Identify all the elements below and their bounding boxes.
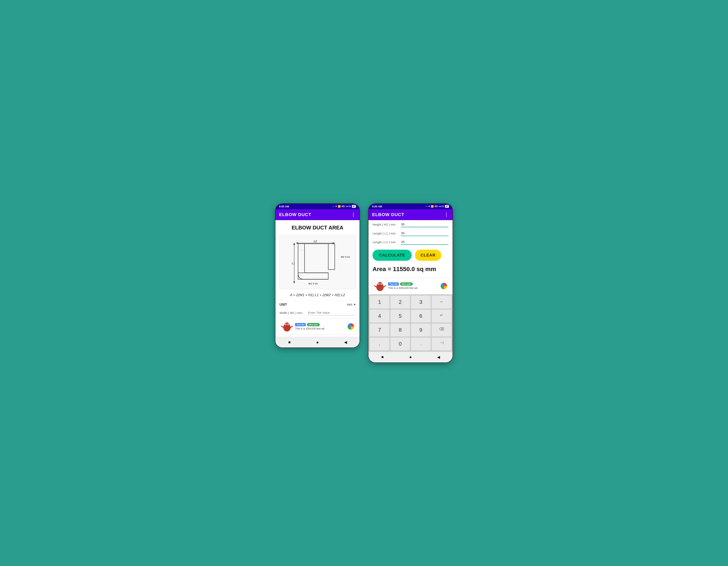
kb-row-1: 1 2 3 −: [369, 295, 452, 309]
menu-icon-2[interactable]: ⋮: [444, 212, 449, 217]
page-title-1: ELBOW DUCT AREA: [275, 220, 360, 233]
svg-line-33: [384, 285, 386, 287]
kb-7[interactable]: 7: [370, 323, 389, 336]
calculate-button[interactable]: CALCULATE: [372, 250, 412, 261]
battery-1: 47: [352, 205, 356, 208]
svg-point-30: [379, 283, 379, 284]
nav-back-2[interactable]: ◀: [436, 354, 441, 360]
height-h2-label: Height ( H2 ) mm: [372, 223, 401, 226]
ad-banner-2: Test Ad Nice job! This is a 320x100 test…: [372, 278, 449, 294]
length-l1-input[interactable]: [401, 231, 449, 236]
kb-4[interactable]: 4: [370, 310, 389, 322]
length-l2-input[interactable]: [401, 239, 449, 245]
length-l2-label: Length ( L2 ) mm: [372, 240, 401, 244]
phone-2: 8:05 AM ··· ✦ 📶 4G VoLTE 47 ELBOW DUCT ⋮…: [368, 203, 453, 363]
ad-badge-test-1: Test Ad: [295, 323, 306, 326]
kb-2[interactable]: 2: [390, 296, 410, 308]
kb-comma[interactable]: ,: [370, 337, 389, 350]
svg-rect-11: [298, 273, 328, 279]
svg-marker-7: [293, 282, 295, 283]
phone-1: 8:05 AM ··· ✦ 📶 4G VoLTE 47 ELBOW DUCT ⋮…: [275, 203, 360, 348]
nav-square-2[interactable]: ■: [380, 354, 385, 360]
ad-badge-row-1: Test Ad Nice job!: [295, 323, 346, 326]
kb-tab[interactable]: →|: [432, 337, 451, 350]
result-text: Area = 11550.0 sq mm: [368, 264, 453, 276]
kb-6[interactable]: 6: [411, 310, 431, 322]
kb-backspace[interactable]: ⌫: [432, 323, 451, 336]
keyboard: 1 2 3 − 4 5 6 ↵ 7 8 9 ⌫ ,: [368, 294, 453, 352]
kb-9[interactable]: 9: [411, 323, 431, 336]
kb-period[interactable]: .: [411, 337, 431, 350]
ad-badge-row-2: Test Ad Nice job!: [388, 283, 439, 285]
svg-point-31: [381, 283, 381, 284]
nav-bar-1: ■ ● ◀: [275, 337, 360, 347]
ad-monster-2: [374, 280, 386, 292]
nav-circle-1[interactable]: ●: [315, 339, 320, 345]
svg-text:L1: L1: [292, 262, 295, 265]
kb-row-4: , 0 . →|: [369, 337, 452, 351]
height-h2-row: Height ( H2 ) mm: [368, 220, 453, 228]
ad-text-1: This is a 320x100 test ad.: [295, 327, 346, 330]
svg-line-32: [374, 285, 376, 287]
length-l2-row: Length ( L2 ) mm: [368, 237, 453, 247]
unit-select[interactable]: mm ▾: [296, 302, 356, 306]
nav-bar-2: ■ ● ◀: [368, 352, 453, 362]
lte-label-2: VoLTE: [439, 205, 444, 208]
svg-point-21: [288, 324, 288, 324]
kb-8[interactable]: 8: [390, 323, 410, 336]
content-1: ELBOW DUCT AREA L2 L1 W: [275, 220, 360, 337]
svg-line-22: [281, 326, 283, 327]
width-w1-row: Width ( W1 ) mm: [275, 308, 360, 316]
ad-badge-test-2: Test Ad: [388, 283, 399, 285]
svg-point-20: [286, 324, 286, 324]
kb-row-3: 7 8 9 ⌫: [369, 323, 452, 337]
app-bar-1: ELBOW DUCT ⋮: [275, 209, 360, 220]
google-ad-icon-2: [441, 283, 447, 289]
kb-1[interactable]: 1: [370, 296, 389, 308]
scrolled-content-2: Height ( H2 ) mm Length ( L1 ) mm Length…: [368, 220, 453, 352]
clear-button[interactable]: CLEAR: [415, 250, 441, 261]
diagram-container: L2 L1 W2 X H2 W1 X H1: [279, 235, 356, 289]
unit-label: UNIT: [279, 303, 296, 306]
svg-rect-9: [328, 244, 335, 270]
app-title-2: ELBOW DUCT: [372, 212, 404, 217]
status-bar-1: 8:05 AM ··· ✦ 📶 4G VoLTE 47: [275, 204, 360, 209]
kb-3[interactable]: 3: [411, 296, 431, 308]
kb-0[interactable]: 0: [390, 337, 410, 350]
svg-marker-2: [296, 242, 298, 244]
nav-back-1[interactable]: ◀: [343, 339, 348, 345]
height-h2-input[interactable]: [401, 222, 449, 227]
width-w1-label: Width ( W1 ) mm: [279, 311, 308, 314]
elbow-duct-diagram: L2 L1 W2 X H2 W1 X H1: [285, 238, 350, 286]
google-ad-icon-1: [348, 323, 354, 330]
ad-content-2: Test Ad Nice job! This is a 320x100 test…: [388, 283, 439, 289]
ad-content-1: Test Ad Nice job! This is a 320x100 test…: [295, 323, 346, 330]
signal-icons-2: ··· ✦ 📶 4G: [425, 205, 438, 208]
formula-text: A = 2(W1 + H1) L1 + 2(W2 + H2) L2: [275, 291, 360, 300]
length-l1-label: Length ( L1 ) mm: [372, 232, 401, 235]
app-bar-2: ELBOW DUCT ⋮: [368, 209, 453, 220]
width-w1-input[interactable]: [308, 310, 356, 315]
time-2: 8:05 AM: [372, 205, 382, 208]
svg-line-23: [291, 326, 293, 327]
kb-row-2: 4 5 6 ↵: [369, 309, 452, 323]
unit-row: UNIT mm ▾: [275, 300, 360, 308]
ad-banner-1: Test Ad Nice job! This is a 320x100 test…: [279, 318, 356, 335]
signal-icons-1: ··· ✦ 📶 4G: [332, 205, 345, 208]
phones-container: 8:05 AM ··· ✦ 📶 4G VoLTE 47 ELBOW DUCT ⋮…: [275, 203, 453, 363]
status-icons-2: ··· ✦ 📶 4G VoLTE 47: [425, 205, 449, 208]
unit-value: mm: [347, 303, 352, 306]
kb-enter[interactable]: ↵: [432, 310, 451, 322]
menu-icon-1[interactable]: ⋮: [351, 212, 356, 217]
nav-circle-2[interactable]: ●: [408, 354, 413, 360]
kb-5[interactable]: 5: [390, 310, 410, 322]
svg-text:W2 X H2: W2 X H2: [341, 255, 350, 258]
time-1: 8:05 AM: [279, 205, 289, 208]
ad-badge-nice-2: Nice job!: [400, 283, 413, 285]
ad-text-2: This is a 320x100 test ad.: [388, 286, 439, 289]
nav-square-1[interactable]: ■: [287, 339, 292, 345]
kb-minus[interactable]: −: [432, 296, 451, 308]
battery-2: 47: [445, 205, 449, 208]
status-icons-1: ··· ✦ 📶 4G VoLTE 47: [332, 205, 356, 208]
app-title-1: ELBOW DUCT: [279, 212, 311, 217]
